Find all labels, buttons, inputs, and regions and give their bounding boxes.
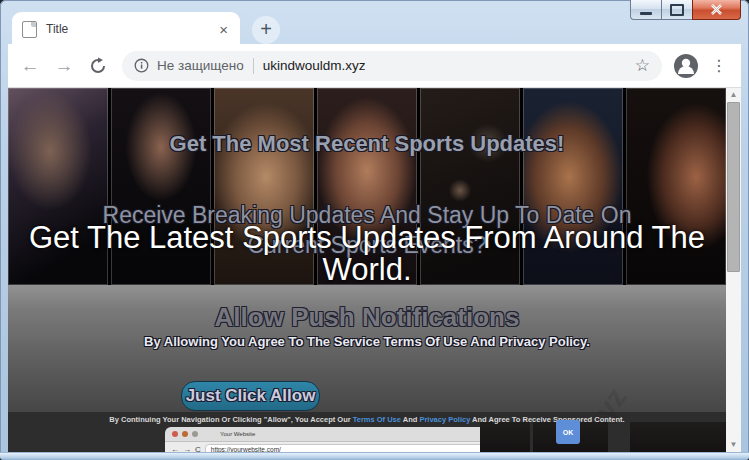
mockup-minimize-icon xyxy=(182,431,188,437)
page-favicon-icon xyxy=(22,21,37,38)
refresh-icon xyxy=(89,57,107,75)
browser-toolbar: ← → Не защищено ukindwouldm.xyz ☆ xyxy=(8,44,741,88)
url-text[interactable]: ukindwouldm.xyz xyxy=(263,58,366,73)
mockup-address-bar: ← → C https://yourwebsite.com/ xyxy=(165,442,495,452)
mockup-url-text: https://yourwebsite.com/ xyxy=(205,444,489,452)
minimize-icon xyxy=(640,12,652,15)
scroll-up-icon[interactable]: ▲ xyxy=(730,88,738,102)
refresh-button[interactable] xyxy=(86,54,110,78)
tab-strip: Title × + xyxy=(12,10,280,46)
privacy-policy-link[interactable]: Privacy Policy xyxy=(419,415,470,424)
mockup-close-icon xyxy=(172,431,178,437)
scrollbar-thumb[interactable] xyxy=(727,102,740,272)
tab-label: Title xyxy=(46,22,217,36)
scroll-down-icon[interactable]: ▼ xyxy=(730,438,738,452)
mockup-forward-icon: → xyxy=(183,445,191,452)
dark-photo-slab xyxy=(480,422,530,452)
avatar-icon xyxy=(673,53,699,79)
page-content: ukindwouldm.xyz Get The Most Recent Spor… xyxy=(8,88,726,452)
disclaimer-middle: And xyxy=(401,415,419,424)
mockup-refresh-icon: C xyxy=(195,445,201,452)
mockup-back-icon: ← xyxy=(171,445,179,452)
tab-close-icon[interactable]: × xyxy=(217,21,230,38)
maximize-button[interactable] xyxy=(661,0,692,20)
mockup-tab-label: Your Website xyxy=(220,431,255,437)
just-click-allow-button[interactable]: Just Click Allow xyxy=(181,381,320,411)
ok-button[interactable]: OK xyxy=(556,420,580,444)
close-icon xyxy=(710,4,723,15)
new-tab-button[interactable]: + xyxy=(252,16,280,44)
back-button[interactable]: ← xyxy=(18,54,42,78)
address-bar[interactable]: Не защищено ukindwouldm.xyz ☆ xyxy=(122,51,662,81)
omnibox-divider xyxy=(253,58,254,74)
headline-top: Get The Most Recent Sports Updates! xyxy=(8,131,726,157)
minimize-button[interactable] xyxy=(630,0,661,20)
disclaimer-prefix: By Continuing Your Navigation Or Clickin… xyxy=(109,415,352,424)
browser-menu-icon[interactable]: ⋮ xyxy=(711,56,727,75)
mockup-tab-bar: Your Website xyxy=(165,427,495,442)
close-window-button[interactable] xyxy=(692,0,741,20)
terms-of-use-link[interactable]: Terms Of Use xyxy=(353,415,401,424)
window-bottom-frame xyxy=(0,452,749,460)
headline-main: Get The Latest Sports Updates From Aroun… xyxy=(8,222,726,286)
window-controls xyxy=(630,0,741,20)
allow-terms-text: By Allowing You Agree To The Service Ter… xyxy=(8,334,726,349)
page-scrollbar[interactable]: ▲ ▼ xyxy=(726,88,741,452)
tab-title[interactable]: Title × xyxy=(12,12,240,46)
profile-avatar-icon[interactable] xyxy=(673,53,699,79)
forward-button[interactable]: → xyxy=(52,54,76,78)
security-status-label[interactable]: Не защищено xyxy=(157,58,244,73)
info-icon[interactable] xyxy=(134,58,149,73)
mockup-maximize-icon xyxy=(192,431,198,437)
disclaimer-text: By Continuing Your Navigation Or Clickin… xyxy=(8,415,726,424)
maximize-icon xyxy=(670,4,684,16)
bottom-strip: By Continuing Your Navigation Or Clickin… xyxy=(8,412,726,452)
dark-photo-slab xyxy=(630,422,726,452)
disclaimer-suffix: And Agree To Receive Sponsored Content. xyxy=(470,415,624,424)
bookmark-star-icon[interactable]: ☆ xyxy=(635,55,650,76)
allow-notifications-title: Allow Push Notifications xyxy=(8,302,726,333)
browser-mockup-image: Your Website ← → C https://yourwebsite.c… xyxy=(165,427,495,452)
browser-window: Title × + ← → Не защищено ukindwouldm.xy… xyxy=(0,0,749,460)
